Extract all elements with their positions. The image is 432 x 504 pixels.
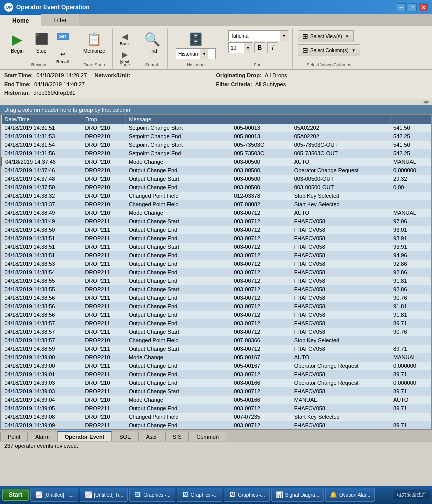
- col-4[interactable]: [231, 115, 282, 124]
- table-cell: AUTO: [291, 208, 390, 217]
- table-cell: DROP211: [82, 259, 125, 268]
- table-cell: DROP211: [82, 225, 125, 234]
- italic-button[interactable]: I: [267, 42, 278, 53]
- table-row[interactable]: 04/18/2019 14:38:37DROP210Changed Point …: [2, 200, 431, 208]
- taskbar-item[interactable]: 📊Signal Diagra...: [271, 488, 324, 502]
- table-row[interactable]: 04/18/2019 14:38:50DROP211Output Change …: [2, 225, 431, 234]
- tab-home[interactable]: Home: [0, 14, 41, 26]
- font-size-dropdown[interactable]: 10 ▼: [228, 42, 252, 53]
- table-row[interactable]: 04/18/2019 14:38:55DROP211Output Change …: [2, 276, 431, 285]
- tab-common[interactable]: Common: [189, 432, 226, 441]
- table-row[interactable]: 04/18/2019 14:38:56DROP211Output Change …: [2, 310, 431, 319]
- table-cell: Changed Point Field: [126, 191, 231, 200]
- taskbar-item[interactable]: 🖼Graphics -...: [129, 488, 175, 502]
- table-cell: [282, 217, 291, 225]
- table-row[interactable]: 04/18/2019 14:38:56DROP211Output Change …: [2, 293, 431, 302]
- taskbar-item-icon: 🖼: [228, 491, 236, 499]
- col-datetime[interactable]: Date/Time: [2, 115, 82, 124]
- table-row[interactable]: 04/18/2019 14:39:00DROP210Mode Change005…: [2, 353, 431, 361]
- close-btn[interactable]: ✕: [419, 3, 428, 11]
- back-button[interactable]: ◀ Back: [118, 30, 132, 47]
- historian-button[interactable]: 🗄️ Historian ▼: [173, 30, 219, 60]
- table-row[interactable]: 04/18/2019 14:39:00DROP211Output Change …: [2, 361, 431, 370]
- col-5[interactable]: [282, 115, 291, 124]
- taskbar-item[interactable]: 📈[Untitled] Tr...: [80, 488, 128, 502]
- table-row[interactable]: 04/18/2019 14:38:55DROP211Output Change …: [2, 285, 431, 293]
- maximize-btn[interactable]: □: [408, 3, 417, 11]
- bold-button[interactable]: B: [254, 42, 265, 53]
- tab-sis[interactable]: SIS: [165, 432, 189, 441]
- set-button[interactable]: Set Set: [56, 30, 70, 47]
- table-row[interactable]: 04/18/2019 14:38:51DROP211Output Change …: [2, 251, 431, 259]
- table-row[interactable]: 04/18/2019 14:39:03DROP210Output Change …: [2, 378, 431, 387]
- table-cell: 003-00500: [231, 183, 282, 191]
- font-name-arrow[interactable]: ▼: [280, 31, 288, 41]
- table-row[interactable]: 04/18/2019 14:31:53DROP210Setpoint Chang…: [2, 132, 431, 140]
- recall-button[interactable]: ↩ Recall: [54, 48, 71, 65]
- taskbar-item-icon: 🔔: [330, 491, 338, 499]
- table-row[interactable]: 04/18/2019 14:38:51DROP211Output Change …: [2, 234, 431, 242]
- taskbar-item-icon: 📈: [35, 491, 43, 499]
- table-row[interactable]: 04/18/2019 14:38:56DROP211Output Change …: [2, 302, 431, 310]
- tab-operator-event[interactable]: Operator Event: [57, 431, 112, 441]
- table-row[interactable]: 04/18/2019 14:31:56DROP210Setpoint Chang…: [2, 149, 431, 157]
- table-row[interactable]: 04/18/2019 14:38:54DROP211Output Change …: [2, 268, 431, 276]
- taskbar-item-label: Graphics -...: [238, 492, 265, 498]
- find-button[interactable]: 🔍 Find: [141, 30, 163, 55]
- table-row[interactable]: 04/18/2019 14:37:50DROP210Output Change …: [2, 183, 431, 191]
- font-size-arrow[interactable]: ▼: [244, 43, 252, 53]
- table-row[interactable]: 04/18/2019 14:39:04DROP210Mode Change005…: [2, 395, 431, 404]
- start-button[interactable]: Start: [2, 489, 29, 501]
- taskbar-item[interactable]: 📈[Untitled] Tr...: [30, 488, 78, 502]
- table-cell: 91.81: [390, 276, 431, 285]
- table-row[interactable]: 04/18/2019 14:39:03DROP211Output Change …: [2, 387, 431, 395]
- data-table-container[interactable]: Date/Time Drop Message 04/18/2019 14:31:…: [0, 114, 432, 429]
- font-name-dropdown[interactable]: Tahoma ▼: [228, 30, 288, 41]
- historian-dropdown-arrow[interactable]: ▼: [200, 49, 208, 59]
- select-views-button[interactable]: ⊞ Select View(s) ▼: [298, 30, 354, 42]
- taskbar-item[interactable]: 🖼Graphics -...: [177, 488, 222, 502]
- table-row[interactable]: 04/18/2019 14:38:57DROP211Output Change …: [2, 327, 431, 336]
- table-row[interactable]: 04/18/2019 14:38:57DROP210Changed Point …: [2, 336, 431, 344]
- table-cell: Setpoint Change Start: [126, 124, 231, 132]
- table-cell: 541.50: [390, 140, 431, 149]
- table-row[interactable]: 04/18/2019 14:31:51DROP210Setpoint Chang…: [2, 124, 431, 132]
- table-cell: DROP211: [82, 370, 125, 378]
- table-row[interactable]: 04/18/2019 14:39:05DROP211Output Change …: [2, 404, 431, 412]
- table-row[interactable]: 04/18/2019 14:37:46DROP210Output Change …: [2, 166, 431, 174]
- table-row[interactable]: 04/18/2019 14:37:46DROP210Mode Change003…: [2, 157, 431, 166]
- table-row[interactable]: 04/18/2019 14:38:57DROP211Output Change …: [2, 319, 431, 327]
- table-row[interactable]: 04/18/2019 14:38:49DROP211Output Change …: [2, 217, 431, 225]
- stop-button[interactable]: ⬛ Stop: [30, 30, 52, 55]
- table-row[interactable]: 04/18/2019 14:38:59DROP211Output Change …: [2, 344, 431, 353]
- table-row[interactable]: 04/18/2019 14:39:01DROP211Output Change …: [2, 370, 431, 378]
- col-drop[interactable]: Drop: [82, 115, 125, 124]
- tab-soe[interactable]: SOE: [112, 432, 138, 441]
- taskbar-item[interactable]: 🖼Graphics -...: [224, 488, 269, 502]
- begin-button[interactable]: ▶ Begin: [6, 30, 28, 55]
- col-7[interactable]: [390, 115, 431, 124]
- table-row[interactable]: 04/18/2019 14:38:49DROP210Mode Change003…: [2, 208, 431, 217]
- taskbar-item-icon: 📈: [84, 491, 92, 499]
- memorize-button[interactable]: 📋 Memorize: [80, 30, 108, 55]
- table-row[interactable]: 04/18/2019 14:39:09DROP211Output Change …: [2, 421, 431, 429]
- table-row[interactable]: 04/18/2019 14:37:48DROP210Output Change …: [2, 174, 431, 183]
- tab-ascii[interactable]: Ascii: [139, 432, 165, 441]
- table-cell: 94.96: [390, 251, 431, 259]
- table-row[interactable]: 04/18/2019 14:38:53DROP211Output Change …: [2, 259, 431, 268]
- taskbar-item[interactable]: 🔔Ovation Alar...: [325, 488, 375, 502]
- table-cell: Output Change Start: [126, 285, 231, 293]
- tab-alarm[interactable]: Alarm: [28, 432, 57, 441]
- table-row[interactable]: 04/18/2019 14:38:32DROP210Changed Point …: [2, 191, 431, 200]
- tab-point[interactable]: Point: [0, 432, 28, 441]
- taskbar-item-label: [Untitled] Tr...: [44, 492, 74, 498]
- table-row[interactable]: 04/18/2019 14:38:51DROP211Output Change …: [2, 242, 431, 251]
- table-row[interactable]: 04/18/2019 14:39:08DROP210Changed Point …: [2, 412, 431, 421]
- table-row[interactable]: 04/18/2019 14:31:54DROP210Setpoint Chang…: [2, 140, 431, 149]
- minimize-btn[interactable]: ─: [397, 3, 406, 11]
- tab-filter[interactable]: Filter: [41, 14, 79, 26]
- col-message[interactable]: Message: [126, 115, 231, 124]
- table-cell: 003-00500: [231, 157, 282, 166]
- col-6[interactable]: [291, 115, 390, 124]
- select-columns-button[interactable]: ⊟ Select Column(s) ▼: [298, 44, 360, 56]
